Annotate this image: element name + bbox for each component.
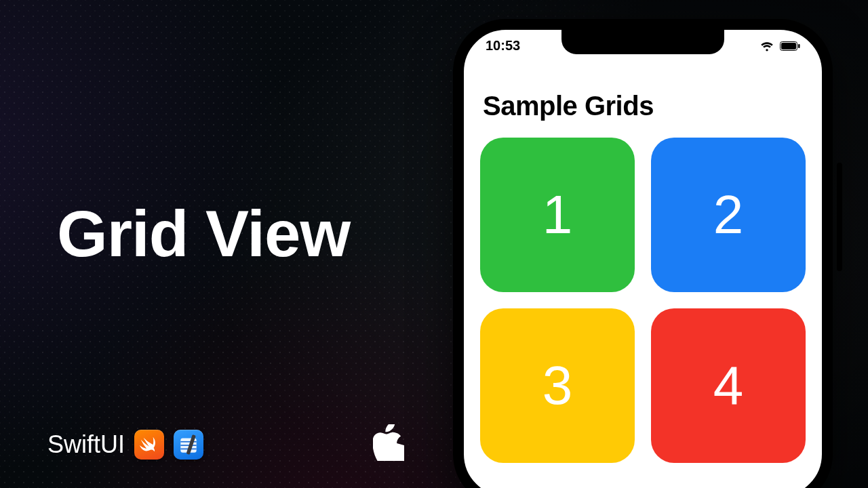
svg-rect-6 bbox=[781, 43, 796, 49]
svg-rect-7 bbox=[798, 44, 800, 48]
screen-heading: Sample Grids bbox=[483, 91, 807, 121]
grid-tile[interactable]: 4 bbox=[651, 308, 806, 463]
status-time: 10:53 bbox=[486, 38, 520, 54]
sample-grid: 1 2 3 4 bbox=[479, 138, 807, 463]
apple-logo-icon bbox=[373, 424, 404, 464]
phone-side-button bbox=[837, 163, 842, 271]
grid-tile[interactable]: 1 bbox=[480, 138, 635, 292]
hero-title: Grid View bbox=[57, 197, 350, 271]
grid-tile[interactable]: 3 bbox=[480, 308, 635, 463]
grid-tile[interactable]: 2 bbox=[651, 138, 806, 292]
phone-notch bbox=[561, 30, 724, 54]
wifi-icon bbox=[760, 41, 774, 52]
footer-row: SwiftUI bbox=[47, 430, 203, 460]
xcode-icon bbox=[174, 430, 203, 460]
battery-icon bbox=[780, 41, 800, 51]
phone-mockup: 10:53 Sample Grids 1 2 3 4 bbox=[453, 19, 833, 488]
footer-label: SwiftUI bbox=[47, 430, 125, 459]
phone-screen: Sample Grids 1 2 3 4 bbox=[464, 30, 822, 488]
swift-icon bbox=[134, 430, 164, 460]
